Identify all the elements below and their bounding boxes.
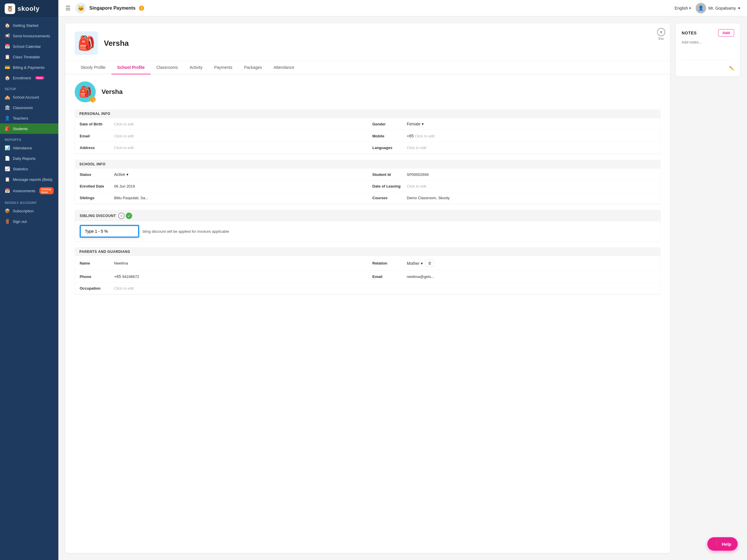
hamburger-button[interactable]: ☰ xyxy=(66,5,71,12)
add-note-button[interactable]: Add xyxy=(718,29,734,36)
skooly-title: skooly xyxy=(18,5,40,12)
user-menu[interactable]: 👤 Mr. Gopalsamy ▾ xyxy=(696,3,740,14)
email-cell: Email Click to edit xyxy=(75,130,368,142)
attendance-icon: 📊 xyxy=(5,145,10,151)
mobile-value[interactable]: Click to edit xyxy=(415,134,435,138)
profile-card: ✕ Esc 🎒 Versha Skooly Profile School Pro… xyxy=(66,23,670,553)
gender-select[interactable]: Female ▾ xyxy=(407,122,424,126)
languages-value[interactable]: Click to edit xyxy=(407,145,426,150)
siblings-cell: Siblings Bittu Paspulati, Sa... xyxy=(75,192,368,204)
parent-relation-select[interactable]: Mother ▾ xyxy=(407,261,423,266)
esc-button[interactable]: ✕ Esc xyxy=(657,28,665,40)
parent-relation-cell: Relation Mother ▾ 🗑 xyxy=(368,256,660,271)
profile-header-avatar: 🎒 xyxy=(75,31,98,55)
address-value[interactable]: Click to edit xyxy=(114,145,134,150)
parent-phone-label: Phone xyxy=(80,274,112,279)
parents-section: PARENTS AND GUARDIANS Name Neelima Relat… xyxy=(75,247,661,295)
sidebar-item-label: Statistics xyxy=(13,167,28,171)
school-info-header: SCHOOL INFO xyxy=(75,160,661,168)
sidebar-item-label: Class Timetable xyxy=(13,55,40,59)
email-value[interactable]: Click to edit xyxy=(114,134,134,138)
mobile-label: Mobile xyxy=(372,134,405,138)
sidebar-item-label: Send Announcements xyxy=(13,34,50,38)
sidebar-item-class-timetable[interactable]: 📋 Class Timetable xyxy=(0,52,58,62)
parent-name-label: Name xyxy=(80,261,112,265)
status-value: Active xyxy=(114,172,125,177)
sidebar-item-sign-out[interactable]: 🚪 Sign out xyxy=(0,216,58,226)
sidebar-item-daily-reports[interactable]: 📄 Daily Reports xyxy=(0,153,58,164)
sibling-discount-section: SIBLING DISCOUNT ✕ ✓ bli xyxy=(75,210,661,241)
user-avatar: 👤 xyxy=(696,3,706,14)
parent-email-cell: Email neelima@gets... xyxy=(368,271,660,283)
coming-soon-badge: Coming Soon xyxy=(40,187,54,194)
parent-email-label: Email xyxy=(372,274,405,279)
sidebar-item-enrollment[interactable]: 🏠 Enrollment New! xyxy=(0,73,58,83)
personal-info-section: PERSONAL INFO Date of Birth Click to edi… xyxy=(75,109,661,154)
gender-cell: Gender Female ▾ xyxy=(368,118,660,130)
skooly-logo: 🦉 xyxy=(5,3,15,14)
dob-value[interactable]: Click to edit xyxy=(114,122,134,126)
tab-packages[interactable]: Packages xyxy=(238,61,267,74)
tab-attendance[interactable]: Attendance xyxy=(268,61,300,74)
profile-avatar-row: 🎒 ✏️ Versha xyxy=(75,81,661,102)
sidebar-item-billing-payments[interactable]: 💳 Billing & Payments xyxy=(0,62,58,73)
avatar-edit-badge[interactable]: ✏️ xyxy=(90,97,96,102)
sidebar-item-send-announcements[interactable]: 📢 Send Announcements xyxy=(0,31,58,41)
help-button[interactable]: ❓ Help xyxy=(707,537,738,551)
language-selector[interactable]: English ▾ xyxy=(675,6,691,10)
personal-info-grid: Date of Birth Click to edit Gender Femal… xyxy=(75,118,661,154)
discount-confirm-button[interactable]: ✓ xyxy=(126,213,132,219)
personal-info-header: PERSONAL INFO xyxy=(75,109,661,118)
language-label: English xyxy=(675,6,688,10)
sidebar-item-school-calendar[interactable]: 📅 School Calendar xyxy=(0,41,58,52)
sidebar-item-label: Sign out xyxy=(13,219,27,224)
parent-occupation-cell: Occupation Click to edit xyxy=(75,283,368,294)
sidebar-item-students[interactable]: 🎒 Students xyxy=(0,123,58,134)
school-icon: 🏫 xyxy=(5,95,10,100)
tab-classrooms[interactable]: Classrooms xyxy=(151,61,184,74)
sidebar-item-teachers[interactable]: 👤 Teachers xyxy=(0,113,58,123)
user-name: Mr. Gopalsamy xyxy=(709,6,736,10)
date-leaving-value[interactable]: Click to edit xyxy=(407,184,426,188)
tab-skooly-profile[interactable]: Skooly Profile xyxy=(75,61,111,74)
sidebar-item-subscription[interactable]: 📦 Subscription xyxy=(0,206,58,216)
enrolled-date-label: Enrolled Date xyxy=(80,184,112,188)
parent-relation-label: Relation xyxy=(372,261,405,265)
sidebar-nav: 🏠 Getting Started 📢 Send Announcements 📅… xyxy=(0,18,58,560)
sign-out-icon: 🚪 xyxy=(5,219,10,224)
notes-textarea[interactable] xyxy=(681,40,734,54)
discount-cancel-button[interactable]: ✕ xyxy=(118,213,125,219)
timetable-icon: 📋 xyxy=(5,54,10,59)
sidebar-item-message-reports[interactable]: 📋 Message reports (Beta) xyxy=(0,174,58,185)
sidebar-item-assessments[interactable]: 📅 Assessments Coming Soon xyxy=(0,185,58,197)
student-name-header: Versha xyxy=(104,39,129,48)
parent-occupation-value[interactable]: Click to edit xyxy=(114,286,134,291)
courses-label: Courses xyxy=(372,196,405,200)
status-select[interactable]: Active ▾ xyxy=(114,172,128,177)
tab-school-profile[interactable]: School Profile xyxy=(111,61,151,74)
sidebar-item-label: Message reports (Beta) xyxy=(13,177,53,182)
sidebar-item-label: Getting Started xyxy=(13,23,38,28)
sidebar-item-label: Teachers xyxy=(13,116,28,121)
sidebar: 🦉 skooly 🏠 Getting Started 📢 Send Announ… xyxy=(0,0,58,560)
close-icon[interactable]: ✕ xyxy=(657,28,665,36)
skooly-account-section-label: SKOOLY ACCOUNT xyxy=(0,197,58,206)
sidebar-item-getting-started[interactable]: 🏠 Getting Started xyxy=(0,20,58,31)
sidebar-item-attendance[interactable]: 📊 Attendance xyxy=(0,143,58,153)
sidebar-item-label: Enrollment xyxy=(13,76,31,80)
student-avatar-large-emoji: 🎒 xyxy=(79,86,92,98)
delete-parent-button[interactable]: 🗑 xyxy=(425,260,434,267)
sibling-actions: ✕ ✓ xyxy=(118,213,132,219)
courses-value: Demo Classroom, Skooly xyxy=(407,196,450,200)
profile-body: 🎒 ✏️ Versha PERSONAL INFO Date of Birth … xyxy=(66,74,670,308)
sidebar-item-statistics[interactable]: 📈 Statistics xyxy=(0,164,58,174)
tab-activity[interactable]: Activity xyxy=(184,61,208,74)
sidebar-item-school-account[interactable]: 🏫 School Account xyxy=(0,92,58,102)
sibling-discount-note: bling discount will be applied for invoi… xyxy=(143,229,229,234)
parent-email-value: neelima@gets... xyxy=(407,274,434,279)
tab-payments[interactable]: Payments xyxy=(208,61,238,74)
edit-icon[interactable]: ✏️ xyxy=(681,66,734,71)
sidebar-item-classrooms[interactable]: 🏛️ Classrooms xyxy=(0,102,58,113)
discount-input[interactable] xyxy=(80,225,138,237)
sibling-popup-actions: ✕ ✓ xyxy=(118,213,132,219)
